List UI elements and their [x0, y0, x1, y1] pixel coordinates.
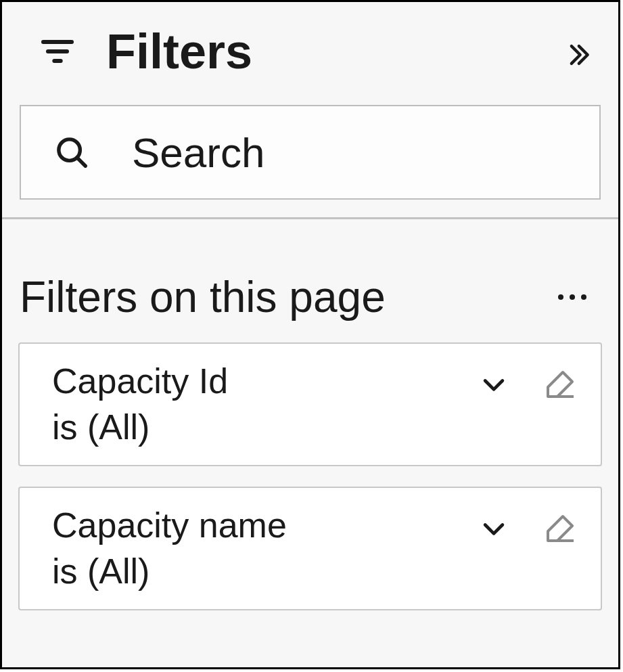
- more-options-button[interactable]: [552, 277, 593, 317]
- section-title: Filters on this page: [20, 272, 552, 322]
- search-icon: [53, 134, 90, 171]
- filters-panel: Filters Filters on this page: [0, 0, 620, 669]
- search-input[interactable]: [131, 106, 599, 198]
- filter-text: Capacity Id is (All): [52, 359, 476, 450]
- svg-line-4: [77, 158, 85, 166]
- svg-point-5: [558, 294, 563, 300]
- svg-marker-8: [548, 372, 572, 397]
- filter-icon: [39, 32, 76, 70]
- filter-field-name: Capacity Id: [52, 359, 476, 405]
- filter-field-value: is (All): [52, 549, 476, 595]
- expand-filter-button[interactable]: [476, 367, 511, 402]
- filter-card-capacity-id[interactable]: Capacity Id is (All): [18, 342, 602, 466]
- section-header: Filters on this page: [2, 219, 618, 342]
- filter-cards-list: Capacity Id is (All) Capac: [2, 342, 618, 610]
- search-box[interactable]: [20, 105, 601, 200]
- filter-card-actions: [476, 367, 578, 402]
- search-section: [2, 79, 618, 217]
- collapse-pane-button[interactable]: [557, 35, 598, 75]
- svg-point-7: [581, 294, 586, 300]
- clear-filter-button[interactable]: [543, 511, 578, 546]
- filter-text: Capacity name is (All): [52, 503, 476, 594]
- filter-card-actions: [476, 511, 578, 546]
- panel-header: Filters: [2, 2, 618, 79]
- clear-filter-button[interactable]: [543, 367, 578, 402]
- filter-card-capacity-name[interactable]: Capacity name is (All): [18, 487, 602, 610]
- panel-title: Filters: [106, 24, 252, 79]
- svg-point-6: [570, 294, 575, 300]
- filter-field-value: is (All): [52, 405, 476, 451]
- filter-field-name: Capacity name: [52, 503, 476, 549]
- svg-marker-10: [548, 516, 572, 541]
- expand-filter-button[interactable]: [476, 511, 511, 546]
